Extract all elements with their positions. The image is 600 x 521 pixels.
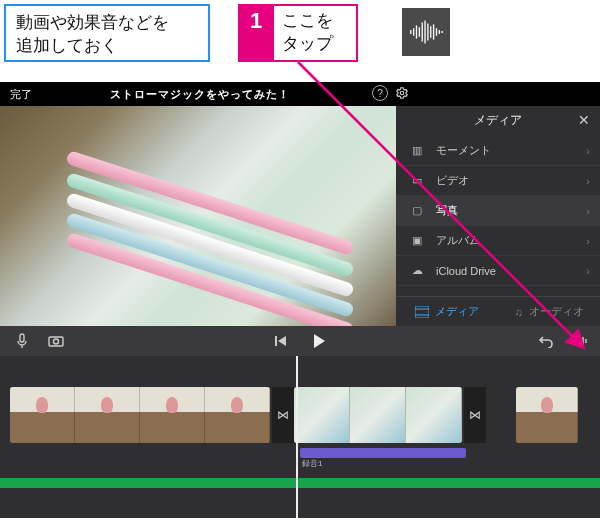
close-icon[interactable]: ✕ bbox=[578, 112, 590, 128]
voiceover-clip[interactable] bbox=[300, 448, 466, 458]
video-clip[interactable] bbox=[294, 387, 462, 443]
svg-marker-22 bbox=[314, 334, 325, 348]
tab-media[interactable]: メディア bbox=[396, 297, 498, 326]
media-item-album[interactable]: ▣ アルバム › bbox=[396, 226, 600, 256]
tab-audio[interactable]: ♫ オーディオ bbox=[498, 297, 600, 326]
background-audio-track[interactable] bbox=[0, 478, 600, 488]
video-icon: ▭ bbox=[408, 174, 426, 187]
media-panel: メディア ✕ ▥ モーメント › ▭ ビデオ › ▢ bbox=[396, 106, 600, 326]
filmstrip-icon bbox=[415, 306, 429, 318]
svg-point-19 bbox=[54, 339, 59, 344]
media-item-icloud[interactable]: ☁ iCloud Drive › bbox=[396, 256, 600, 286]
svg-marker-21 bbox=[278, 336, 286, 346]
video-clip[interactable] bbox=[10, 387, 270, 443]
music-note-icon: ♫ bbox=[514, 306, 522, 318]
svg-point-13 bbox=[400, 91, 404, 95]
video-clip[interactable] bbox=[516, 387, 578, 443]
media-item-video[interactable]: ▭ ビデオ › bbox=[396, 166, 600, 196]
photo-icon: ▢ bbox=[408, 204, 426, 217]
undo-button[interactable] bbox=[538, 333, 554, 349]
media-item-label: 写真 bbox=[436, 203, 458, 218]
moments-icon: ▥ bbox=[408, 144, 426, 157]
media-category-list: ▥ モーメント › ▭ ビデオ › ▢ 写真 › ▣ bbox=[396, 134, 600, 296]
chevron-right-icon: › bbox=[586, 175, 590, 187]
step-text: ここを タップ bbox=[274, 4, 358, 62]
step-callout: 1 ここを タップ bbox=[238, 4, 358, 62]
media-item-label: モーメント bbox=[436, 143, 491, 158]
media-tabs: メディア ♫ オーディオ bbox=[396, 296, 600, 326]
tab-audio-label: オーディオ bbox=[529, 304, 584, 319]
media-item-label: iCloud Drive bbox=[436, 265, 496, 277]
svg-rect-20 bbox=[275, 336, 277, 346]
chevron-right-icon: › bbox=[586, 205, 590, 217]
svg-rect-14 bbox=[415, 306, 429, 318]
audio-waveform-button[interactable] bbox=[572, 333, 588, 349]
play-button[interactable] bbox=[311, 333, 327, 349]
chevron-right-icon: › bbox=[586, 235, 590, 247]
chevron-right-icon: › bbox=[586, 265, 590, 277]
chevron-right-icon: › bbox=[586, 145, 590, 157]
skip-back-button[interactable] bbox=[273, 333, 289, 349]
voiceover-clip-label: 録音1 bbox=[302, 458, 322, 469]
video-track[interactable]: ⋈ ⋈ bbox=[0, 384, 600, 446]
step-number: 1 bbox=[238, 4, 274, 62]
titlebar: 完了 ストローマジックをやってみた！ ? bbox=[0, 82, 600, 106]
transition-icon[interactable]: ⋈ bbox=[464, 387, 486, 443]
svg-rect-17 bbox=[20, 334, 24, 342]
settings-button[interactable] bbox=[394, 85, 410, 101]
media-panel-title: メディア bbox=[474, 112, 522, 129]
playhead[interactable] bbox=[296, 356, 298, 518]
instruction-note: 動画や効果音などを 追加しておく bbox=[4, 4, 210, 62]
waveform-icon bbox=[402, 8, 450, 56]
help-button[interactable]: ? bbox=[372, 85, 388, 101]
project-title: ストローマジックをやってみた！ bbox=[0, 87, 400, 102]
media-item-moments[interactable]: ▥ モーメント › bbox=[396, 136, 600, 166]
timeline[interactable]: ⋈ ⋈ 録音1 bbox=[0, 356, 600, 518]
transport-bar bbox=[0, 326, 600, 356]
video-preview[interactable] bbox=[0, 106, 396, 326]
media-item-label: アルバム bbox=[436, 233, 480, 248]
album-icon: ▣ bbox=[408, 234, 426, 247]
media-item-photo[interactable]: ▢ 写真 › bbox=[396, 196, 600, 226]
imovie-app: 完了 ストローマジックをやってみた！ ? メディア ✕ ▥ モーメント bbox=[0, 82, 600, 518]
camera-button[interactable] bbox=[48, 333, 64, 349]
tab-media-label: メディア bbox=[435, 304, 479, 319]
microphone-button[interactable] bbox=[14, 333, 30, 349]
media-panel-header: メディア ✕ bbox=[396, 106, 600, 134]
transition-icon[interactable]: ⋈ bbox=[272, 387, 294, 443]
instruction-note-text: 動画や効果音などを 追加しておく bbox=[16, 13, 169, 55]
cloud-icon: ☁ bbox=[408, 264, 426, 277]
media-item-label: ビデオ bbox=[436, 173, 469, 188]
